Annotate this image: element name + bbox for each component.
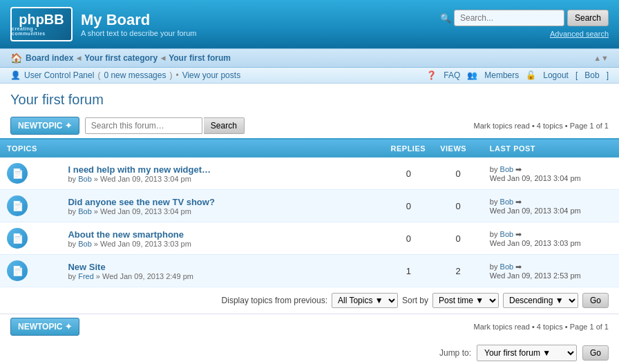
header-search-button[interactable]: Search: [567, 10, 609, 26]
topic-icon: 📄: [7, 163, 28, 184]
table-row: 📄 I need help with my new widget… by Bob…: [0, 157, 619, 190]
order-select[interactable]: Descending ▼: [503, 293, 578, 308]
topic-subject-link[interactable]: I need help with my new widget…: [68, 164, 211, 175]
breadcrumb-forum: Your first forum: [169, 53, 231, 63]
table-row: 📄 New Site by Fred » Wed Jan 09, 2013 2:…: [0, 255, 619, 287]
topic-info-cell: New Site by Fred » Wed Jan 09, 2013 2:49…: [64, 255, 383, 287]
breadcrumb-sep2: ◂: [161, 53, 165, 63]
topics-header: TOPICS REPLIES VIEWS LAST POST: [0, 139, 619, 157]
newtopic-button-bottom[interactable]: NEWTOPIC ✦: [10, 318, 79, 336]
lastpost-author-link[interactable]: Bob: [500, 198, 514, 206]
forum-title: Your first forum: [10, 92, 609, 108]
topics-body: 📄 I need help with my new widget… by Bob…: [0, 157, 619, 287]
topic-by: by Bob » Wed Jan 09, 2013 3:04 pm: [68, 175, 380, 183]
topic-by: by Fred » Wed Jan 09, 2013 2:49 pm: [68, 272, 380, 280]
top-toolbar: NEWTOPIC ✦ Search Mark topics read • 4 t…: [0, 113, 619, 138]
topic-icon: 📄: [7, 195, 28, 216]
bottom-newtopic-bar: NEWTOPIC ✦ Mark topics read • 4 topics •…: [0, 314, 619, 339]
sort-by-select[interactable]: Post time ▼: [432, 293, 499, 308]
header-search-input[interactable]: [454, 10, 564, 26]
search-icon: 🔍: [440, 13, 451, 23]
topic-replies: 0: [384, 157, 434, 190]
mark-topics-read-link-top[interactable]: Mark topics read: [474, 122, 530, 130]
board-title: My Board: [81, 11, 197, 29]
col-topics: TOPICS: [0, 139, 384, 157]
topic-subject-link[interactable]: New Site: [68, 262, 105, 272]
topic-lastpost: by Bob ➡ Wed Jan 09, 2013 2:53 pm: [483, 255, 619, 287]
forum-title-area: Your first forum: [0, 84, 619, 113]
topic-icon-cell: 📄: [0, 157, 64, 190]
logo-text: phpBB: [19, 12, 64, 26]
view-posts-link[interactable]: View your posts: [182, 70, 241, 80]
topic-author-link[interactable]: Fred: [78, 272, 94, 280]
topic-subject: I need help with my new widget…: [68, 164, 380, 175]
nav-bullet: •: [175, 70, 178, 80]
nav-bracket-close: ]: [607, 70, 609, 80]
topic-views: 0: [433, 190, 483, 222]
faq-icon: ❓: [426, 70, 437, 80]
topic-lastpost: by Bob ➡ Wed Jan 09, 2013 3:03 pm: [483, 222, 619, 255]
jumpto-go-button[interactable]: Go: [582, 345, 609, 361]
topics-table: TOPICS REPLIES VIEWS LAST POST 📄 I need …: [0, 138, 619, 287]
advanced-search-link[interactable]: Advanced search: [550, 30, 609, 38]
header-search-area: 🔍 Search Advanced search: [440, 10, 609, 39]
fold-icon[interactable]: ▲▼: [593, 54, 609, 62]
display-filter: Display topics from previous: All Topics…: [222, 293, 609, 308]
topic-subject-link[interactable]: Did anyone see the new TV show?: [68, 197, 214, 207]
newtopic-button-top[interactable]: NEWTOPIC ✦: [10, 117, 79, 135]
header: phpBB creating • communities My Board A …: [0, 0, 619, 48]
board-title-area: My Board A short text to describe your f…: [81, 11, 197, 37]
display-label: Display topics from previous:: [222, 296, 327, 305]
topic-replies: 0: [384, 190, 434, 222]
nav-bar: 👤 User Control Panel (0 new messages) • …: [0, 68, 619, 84]
logout-icon: 🔓: [526, 70, 536, 80]
breadcrumb-category[interactable]: Your first category: [84, 53, 158, 63]
nav-bracket-open: [: [575, 70, 578, 80]
table-row: 📄 About the new smartphone by Bob » Wed …: [0, 222, 619, 255]
all-topics-select[interactable]: All Topics ▼: [332, 293, 398, 308]
user-link[interactable]: Bob: [584, 70, 599, 80]
forum-search-wrapper: Search: [85, 117, 245, 134]
topic-by: by Bob » Wed Jan 09, 2013 3:04 pm: [68, 207, 380, 215]
breadcrumb-sep1: ◂: [77, 53, 81, 63]
topic-subject: Did anyone see the new TV show?: [68, 197, 380, 207]
toolbar-right: Mark topics read • 4 topics • Page 1 of …: [474, 122, 609, 130]
topic-subject-link[interactable]: About the new smartphone: [68, 229, 184, 240]
topic-icon-cell: 📄: [0, 255, 64, 287]
topic-replies: 0: [384, 222, 434, 255]
topic-author-link[interactable]: Bob: [78, 175, 92, 183]
topic-author-link[interactable]: Bob: [78, 240, 92, 248]
lastpost-author-link[interactable]: Bob: [500, 230, 514, 238]
topic-count-bottom: 4 topics: [537, 323, 563, 331]
col-lastpost: LAST POST: [483, 139, 619, 157]
toolbar-left: NEWTOPIC ✦ Search: [10, 117, 245, 135]
mark-topics-read-link-bottom[interactable]: Mark topics read: [474, 323, 530, 331]
topic-icon-cell: 📄: [0, 190, 64, 222]
topic-by: by Bob » Wed Jan 09, 2013 3:03 pm: [68, 240, 380, 248]
ucp-link[interactable]: User Control Panel: [24, 70, 94, 80]
col-views: VIEWS: [433, 139, 483, 157]
faq-link[interactable]: FAQ: [444, 70, 460, 80]
display-filter-bar: Display topics from previous: All Topics…: [0, 287, 619, 314]
topic-icon-cell: 📄: [0, 222, 64, 255]
jumpto-select[interactable]: Your first forum ▼: [477, 345, 577, 361]
lastpost-author-link[interactable]: Bob: [500, 165, 514, 173]
logout-link[interactable]: Logout: [543, 70, 569, 80]
breadcrumb-board-index[interactable]: Board index: [26, 53, 73, 63]
table-row: 📄 Did anyone see the new TV show? by Bob…: [0, 190, 619, 222]
topic-author-link[interactable]: Bob: [78, 207, 92, 215]
members-link[interactable]: Members: [484, 70, 519, 80]
topic-replies: 1: [384, 255, 434, 287]
topic-subject: New Site: [68, 262, 380, 272]
logo-area: phpBB creating • communities My Board A …: [10, 7, 197, 41]
filter-go-button[interactable]: Go: [582, 293, 609, 308]
page-content: Your first forum NEWTOPIC ✦ Search Mark …: [0, 84, 619, 364]
forum-search-button[interactable]: Search: [204, 117, 245, 134]
topic-lastpost: by Bob ➡ Wed Jan 09, 2013 3:04 pm: [483, 190, 619, 222]
lastpost-author-link[interactable]: Bob: [500, 262, 514, 271]
topic-info-cell: Did anyone see the new TV show? by Bob »…: [64, 190, 383, 222]
topic-views: 0: [433, 157, 483, 190]
topic-icon: 📄: [7, 260, 28, 281]
forum-search-input[interactable]: [85, 117, 202, 134]
toolbar-right-bottom: Mark topics read • 4 topics • Page 1 of …: [474, 323, 609, 331]
